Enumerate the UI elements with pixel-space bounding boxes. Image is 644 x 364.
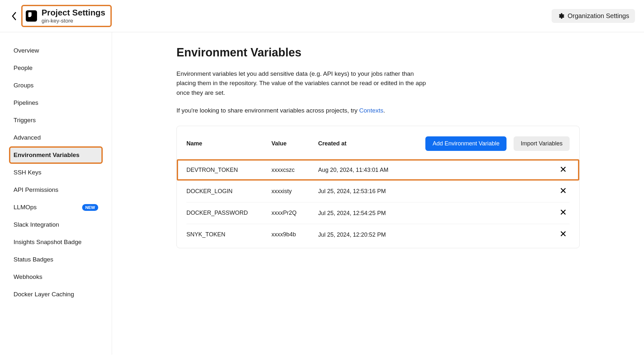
close-icon [560,209,566,215]
sidebar-item-label: Triggers [14,117,36,124]
env-var-name: DOCKER_PASSWORD [186,210,271,216]
sidebar-item-label: Environment Variables [14,152,80,159]
table-row: SNYK_TOKENxxxx9b4bJul 25, 2024, 12:20:52… [186,224,570,245]
sidebar-item-insights-snapshot-badge[interactable]: Insights Snapshot Badge [9,233,103,251]
delete-button[interactable] [557,187,570,195]
table-row: DEVTRON_TOKENxxxxcszcAug 20, 2024, 11:43… [177,159,579,181]
sidebar-item-environment-variables[interactable]: Environment Variables [9,146,103,164]
sidebar-item-docker-layer-caching[interactable]: Docker Layer Caching [9,286,103,303]
table-row: DOCKER_LOGINxxxxistyJul 25, 2024, 12:53:… [186,181,570,202]
add-env-var-button[interactable]: Add Environment Variable [425,136,507,151]
env-var-created: Aug 20, 2024, 11:43:01 AM [318,166,557,174]
sidebar-item-label: Webhooks [14,273,42,280]
sidebar-item-api-permissions[interactable]: API Permissions [9,181,103,199]
new-badge: NEW [82,204,98,211]
header-actions: Add Environment Variable Import Variable… [425,136,570,151]
delete-button[interactable] [557,166,570,174]
sidebar-item-label: Docker Layer Caching [14,291,74,298]
sidebar-item-advanced[interactable]: Advanced [9,129,103,146]
page-title: Project Settings [42,8,105,18]
sidebar-item-slack-integration[interactable]: Slack Integration [9,216,103,233]
env-var-name: SNYK_TOKEN [186,231,271,238]
hint-prefix: If you're looking to share environment v… [176,107,359,114]
sidebar-item-status-badges[interactable]: Status Badges [9,251,103,268]
sidebar-item-pipelines[interactable]: Pipelines [9,94,103,112]
back-button[interactable] [9,11,19,21]
gear-icon [557,13,564,20]
title-text: Project Settings gin-key-store [42,8,105,24]
sidebar-item-label: Status Badges [14,256,53,263]
contexts-hint: If you're looking to share environment v… [176,107,580,114]
close-icon [560,187,566,194]
sidebar-item-label: LLMOps [14,204,37,211]
col-header-name: Name [186,140,271,147]
import-variables-button[interactable]: Import Variables [514,136,570,151]
sidebar-item-label: Insights Snapshot Badge [14,239,81,246]
layout: OverviewPeopleGroupsPipelinesTriggersAdv… [0,32,644,355]
sidebar-item-label: Groups [14,82,33,89]
delete-button[interactable] [557,209,570,217]
env-var-value: xxxxcszc [271,167,318,173]
organization-settings-label: Organization Settings [568,12,629,20]
sidebar-item-llmops[interactable]: LLMOpsNEW [9,199,103,216]
sidebar-item-label: Pipelines [14,99,38,106]
sidebar-item-overview[interactable]: Overview [9,42,103,59]
col-header-created: Created at [318,140,425,147]
table-body: DEVTRON_TOKENxxxxcszcAug 20, 2024, 11:43… [177,159,579,245]
env-var-card: Name Value Created at Add Environment Va… [176,126,580,248]
env-var-value: xxxxPr2Q [271,210,318,216]
sidebar: OverviewPeopleGroupsPipelinesTriggersAdv… [0,32,112,355]
env-var-value: xxxx9b4b [271,231,318,238]
sidebar-item-groups[interactable]: Groups [9,77,103,94]
sidebar-item-people[interactable]: People [9,59,103,77]
table-row: DOCKER_PASSWORDxxxxPr2QJul 25, 2024, 12:… [186,202,570,224]
sidebar-item-label: Advanced [14,134,41,141]
sidebar-item-label: Overview [14,47,39,54]
title-block: Project Settings gin-key-store [21,5,112,27]
env-var-name: DEVTRON_TOKEN [186,167,271,173]
sidebar-item-webhooks[interactable]: Webhooks [9,268,103,286]
chevron-left-icon [11,11,17,21]
close-icon [560,231,566,237]
close-icon [560,166,566,172]
project-name: gin-key-store [42,18,105,24]
main-heading: Environment Variables [176,46,580,59]
env-var-created: Jul 25, 2024, 12:54:25 PM [318,209,557,217]
sidebar-item-label: API Permissions [14,186,58,193]
organization-settings-button[interactable]: Organization Settings [552,9,635,23]
col-header-value: Value [271,140,318,147]
sidebar-item-label: Slack Integration [14,221,59,228]
env-var-name: DOCKER_LOGIN [186,188,271,195]
sidebar-item-label: People [14,64,33,72]
env-var-created: Jul 25, 2024, 12:53:16 PM [318,187,557,195]
env-var-value: xxxxisty [271,188,318,195]
main-description: Environment variables let you add sensit… [176,69,428,97]
contexts-link[interactable]: Contexts [359,107,384,114]
table-header: Name Value Created at Add Environment Va… [177,136,579,159]
hint-suffix: . [384,107,385,114]
delete-button[interactable] [557,231,570,239]
main-content: Environment Variables Environment variab… [112,32,644,355]
sidebar-item-triggers[interactable]: Triggers [9,112,103,129]
sidebar-item-ssh-keys[interactable]: SSH Keys [9,164,103,181]
env-var-created: Jul 25, 2024, 12:20:52 PM [318,231,557,239]
sidebar-item-label: SSH Keys [14,169,42,176]
app-header: Project Settings gin-key-store Organizat… [0,0,644,32]
project-icon [26,10,37,22]
